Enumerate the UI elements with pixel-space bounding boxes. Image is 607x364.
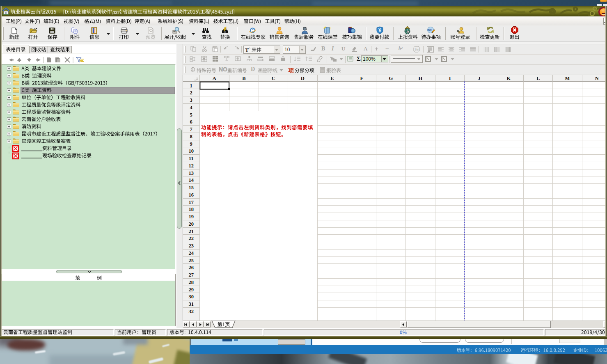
svg-text:T: T [245, 47, 249, 53]
svg-text:14: 14 [188, 177, 194, 183]
svg-text:K: K [506, 76, 511, 81]
svg-text:27: 27 [188, 272, 194, 278]
svg-text:1/a: 1/a [415, 48, 419, 51]
svg-text:E: E [330, 76, 334, 81]
svg-text:J: J [478, 76, 480, 81]
svg-text:6: 6 [190, 119, 192, 125]
svg-text:DVD: DVD [428, 29, 433, 31]
svg-text:I: I [449, 76, 451, 81]
svg-text:F: F [360, 76, 363, 81]
svg-text:G: G [389, 76, 393, 81]
svg-text:H: H [418, 76, 422, 81]
svg-text:D: D [301, 76, 305, 81]
svg-text:3: 3 [190, 97, 192, 103]
svg-text:9: 9 [190, 141, 192, 147]
svg-text:29: 29 [188, 287, 194, 293]
svg-text:23: 23 [188, 243, 194, 249]
svg-text:5: 5 [190, 112, 192, 118]
svg-text:22: 22 [188, 236, 194, 241]
svg-text:32: 32 [188, 309, 194, 314]
svg-text:24: 24 [188, 250, 194, 256]
svg-text:20: 20 [188, 221, 194, 227]
svg-text:B: B [242, 76, 245, 81]
svg-text:M: M [565, 76, 570, 81]
svg-text:18: 18 [188, 206, 194, 212]
svg-text:A: A [213, 76, 216, 81]
svg-text:12: 12 [188, 163, 194, 169]
svg-text:1: 1 [190, 83, 192, 89]
svg-text:15: 15 [188, 185, 194, 190]
svg-text:21: 21 [188, 229, 194, 234]
svg-text:13: 13 [188, 170, 194, 176]
svg-text:16: 16 [188, 192, 194, 198]
svg-text:4: 4 [190, 105, 193, 110]
svg-text:26: 26 [188, 265, 194, 270]
svg-text:28: 28 [188, 279, 194, 285]
svg-text:19: 19 [188, 214, 194, 220]
svg-text:L: L [536, 76, 540, 81]
svg-text:11: 11 [189, 156, 194, 161]
svg-text:C: C [272, 76, 275, 81]
svg-text:10: 10 [188, 148, 194, 154]
svg-text:8: 8 [190, 134, 192, 140]
svg-text:31: 31 [188, 301, 194, 307]
svg-text:30: 30 [188, 294, 194, 300]
svg-text:17: 17 [188, 199, 194, 205]
svg-text:7: 7 [190, 126, 192, 132]
svg-text:25: 25 [188, 258, 194, 263]
svg-text:N: N [595, 76, 599, 81]
svg-text:2: 2 [190, 90, 192, 96]
